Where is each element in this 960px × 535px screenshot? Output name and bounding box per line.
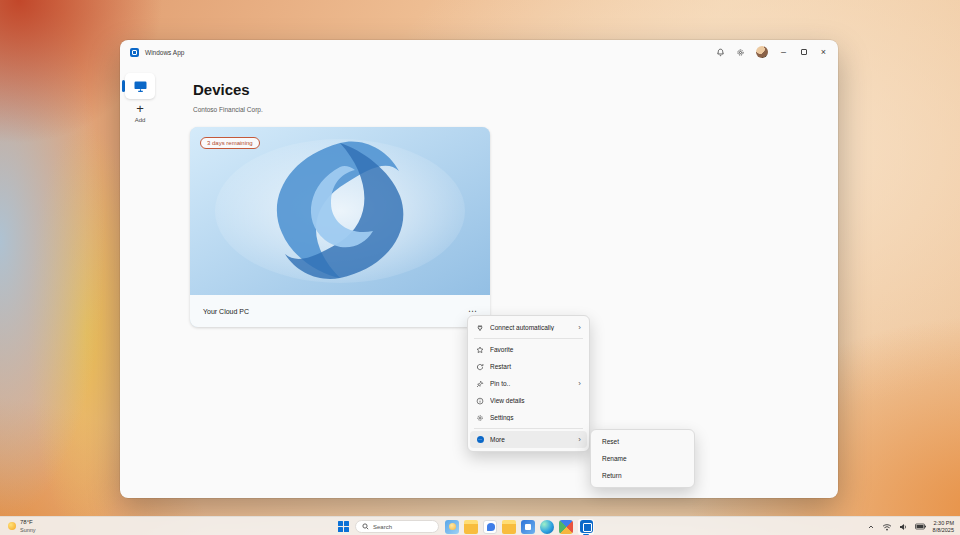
submenu-item-label: Return xyxy=(602,472,622,479)
gear-icon xyxy=(476,414,484,422)
plus-icon: + xyxy=(120,102,160,116)
submenu-item-reset[interactable]: Reset xyxy=(593,433,692,450)
user-avatar[interactable] xyxy=(756,46,768,58)
menu-item-label: More xyxy=(490,436,572,443)
search-icon xyxy=(362,523,369,530)
submenu-item-rename[interactable]: Rename xyxy=(593,450,692,467)
menu-item-settings[interactable]: Settings xyxy=(470,409,587,426)
monitor-icon xyxy=(133,80,148,93)
maximize-icon xyxy=(801,49,807,55)
menu-separator xyxy=(474,428,583,429)
battery-icon[interactable] xyxy=(915,523,926,530)
menu-item-restart[interactable]: Restart xyxy=(470,358,587,375)
plug-icon xyxy=(476,324,484,332)
folder-icon[interactable] xyxy=(502,520,516,534)
info-icon xyxy=(476,397,484,405)
sidebar-add-device-button[interactable]: + Add xyxy=(120,102,160,123)
menu-item-more[interactable]: ⋯ More › xyxy=(470,431,587,448)
menu-item-label: Favorite xyxy=(490,346,581,353)
file-explorer-icon[interactable] xyxy=(464,520,478,534)
add-label: Add xyxy=(120,117,160,123)
card-footer: Your Cloud PC ⋯ xyxy=(190,295,490,327)
taskbar: 78°F Sunny Search xyxy=(0,516,960,535)
notifications-bell-icon[interactable] xyxy=(716,47,725,58)
restart-icon xyxy=(476,363,484,371)
weather-temperature: 78°F xyxy=(20,519,36,527)
menu-item-pin-to[interactable]: Pin to.. › xyxy=(470,375,587,392)
wifi-icon[interactable] xyxy=(882,523,892,531)
page-subtitle: Contoso Financial Corp. xyxy=(193,106,263,113)
menu-item-connect-automatically[interactable]: Connect automatically › xyxy=(470,319,587,336)
desktop-wallpaper: Windows App – × + xyxy=(0,0,960,535)
star-icon xyxy=(476,346,484,354)
widgets-icon[interactable] xyxy=(445,520,459,534)
settings-gear-icon[interactable] xyxy=(736,47,745,58)
more-circle-icon: ⋯ xyxy=(476,436,484,444)
chevron-right-icon: › xyxy=(578,380,581,388)
microsoft-store-icon[interactable] xyxy=(521,520,535,534)
menu-separator xyxy=(474,338,583,339)
search-label: Search xyxy=(373,524,392,530)
trial-remaining-badge: 3 days remaining xyxy=(200,137,260,149)
taskbar-clock[interactable]: 2:30 PM 8/8/2025 xyxy=(933,520,954,534)
menu-item-view-details[interactable]: View details xyxy=(470,392,587,409)
close-button[interactable]: × xyxy=(819,47,828,58)
start-button[interactable] xyxy=(338,521,349,532)
cloud-pc-name: Your Cloud PC xyxy=(203,308,249,315)
maximize-button[interactable] xyxy=(799,47,808,58)
taskbar-search[interactable]: Search xyxy=(355,520,439,533)
card-context-menu: Connect automatically › Favorite Restart… xyxy=(467,315,590,452)
cloud-pc-card[interactable]: 3 days remaining Your Cloud PC ⋯ xyxy=(190,127,490,327)
submenu-item-label: Reset xyxy=(602,438,619,445)
taskbar-weather-widget[interactable]: 78°F Sunny xyxy=(8,519,36,533)
submenu-item-label: Rename xyxy=(602,455,627,462)
clock-time: 2:30 PM xyxy=(934,520,954,527)
sun-icon xyxy=(8,522,16,530)
weather-condition: Sunny xyxy=(20,527,36,534)
menu-item-label: Settings xyxy=(490,414,581,421)
chevron-right-icon: › xyxy=(578,436,581,444)
titlebar[interactable]: Windows App – × xyxy=(120,40,838,64)
windows-app-taskbar-active[interactable] xyxy=(578,519,594,535)
tray-chevron-up-icon[interactable] xyxy=(867,523,875,531)
menu-item-label: View details xyxy=(490,397,581,404)
menu-item-label: Restart xyxy=(490,363,581,370)
menu-item-label: Connect automatically xyxy=(490,324,572,331)
cloud-pc-thumbnail xyxy=(190,127,490,295)
teams-chat-icon[interactable] xyxy=(483,520,497,534)
window-title: Windows App xyxy=(145,49,184,56)
more-submenu: Reset Rename Return xyxy=(590,429,695,488)
menu-item-label: Pin to.. xyxy=(490,380,572,387)
photos-icon[interactable] xyxy=(559,520,573,534)
page-title: Devices xyxy=(193,82,250,99)
minimize-button[interactable]: – xyxy=(779,47,788,58)
chevron-right-icon: › xyxy=(578,324,581,332)
windows-app-logo-icon xyxy=(130,48,139,57)
menu-item-favorite[interactable]: Favorite xyxy=(470,341,587,358)
volume-icon[interactable] xyxy=(899,523,908,531)
pin-icon xyxy=(476,380,484,388)
submenu-item-return[interactable]: Return xyxy=(593,467,692,484)
sidebar-item-devices[interactable] xyxy=(125,73,155,99)
clock-date: 8/8/2025 xyxy=(933,527,954,534)
edge-browser-icon[interactable] xyxy=(540,520,554,534)
windows-app-icon xyxy=(580,520,593,533)
